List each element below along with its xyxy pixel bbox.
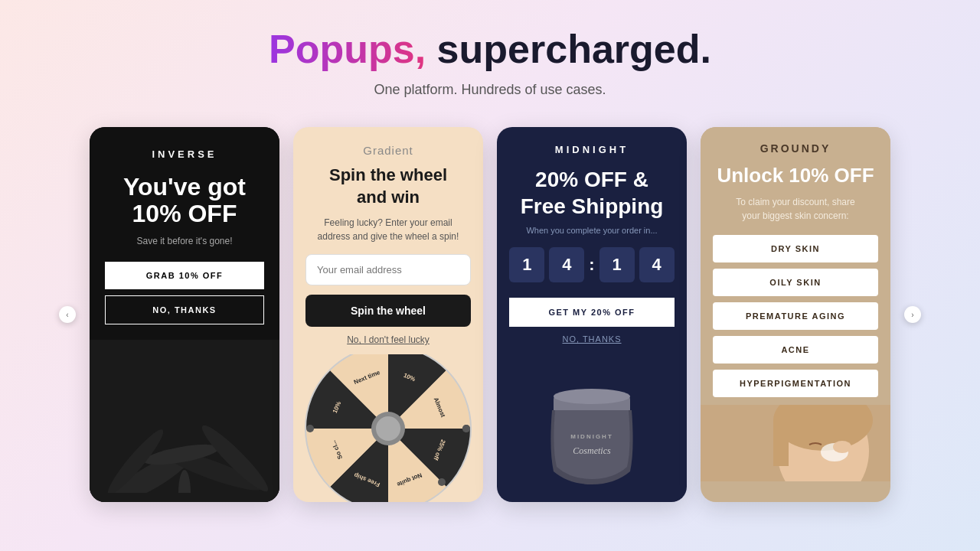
svg-rect-31: [773, 420, 789, 466]
countdown-box-2: 4: [549, 247, 584, 282]
palm-leaves-svg: [90, 340, 279, 493]
groundy-person-svg: [701, 405, 890, 481]
card-groundy: GROUNDY Unlock 10% OFF To claim your dis…: [701, 127, 890, 502]
groundy-logo: GROUNDY: [713, 142, 878, 155]
midnight-logo: MIDNIGHT: [497, 127, 687, 155]
countdown-box-1: 1: [509, 247, 544, 282]
wheel-container: 10% Almost 25% off Not quite Free ship S…: [293, 354, 483, 502]
inverse-headline: You've got10% OFF: [105, 174, 264, 227]
groundy-option-oily-skin[interactable]: OILY SKIN: [713, 269, 878, 296]
inverse-logo: INVERSE: [105, 148, 264, 160]
card-midnight: MIDNIGHT 20% OFF &Free Shipping When you…: [497, 127, 687, 502]
gradient-desc: Feeling lucky? Enter your emailaddress a…: [293, 216, 483, 243]
inverse-card-image: [90, 340, 279, 503]
groundy-option-premature-aging[interactable]: PREMATURE AGING: [713, 302, 878, 330]
svg-point-16: [376, 416, 400, 441]
hero-section: Popups, supercharged. One platform. Hund…: [269, 0, 711, 119]
card-gradient: Gradient Spin the wheeland win Feeling l…: [293, 127, 483, 502]
groundy-headline: Unlock 10% OFF: [713, 164, 878, 187]
groundy-option-hyperpigmentation[interactable]: HYPERPIGMENTATION: [713, 370, 878, 397]
gradient-email-input[interactable]: [305, 254, 471, 285]
svg-point-22: [438, 478, 446, 486]
midnight-cta-button[interactable]: GET MY 20% OFF: [509, 298, 675, 327]
svg-point-33: [833, 441, 851, 453]
hero-subtitle: One platform. Hundreds of use cases.: [269, 82, 711, 98]
groundy-image-area: [701, 405, 890, 502]
gradient-logo: Gradient: [293, 127, 483, 157]
svg-text:Cosmetics: Cosmetics: [573, 445, 611, 456]
countdown-row: 1 4 : 1 4: [497, 247, 687, 282]
scroll-left-arrow[interactable]: ‹: [59, 306, 76, 323]
midnight-subtext: When you complete your order in...: [497, 226, 687, 235]
groundy-option-dry-skin[interactable]: DRY SKIN: [713, 235, 878, 262]
palm-background: [90, 340, 279, 503]
svg-point-19: [306, 425, 314, 432]
gradient-spin-button[interactable]: Spin the wheel: [305, 295, 471, 327]
svg-text:MIDNIGHT: MIDNIGHT: [570, 433, 613, 440]
svg-point-25: [554, 389, 630, 404]
hero-title: Popups, supercharged.: [269, 28, 711, 71]
countdown-box-4: 4: [639, 247, 675, 282]
countdown-box-3: 1: [599, 247, 635, 282]
inverse-card-top: INVERSE You've got10% OFF Save it before…: [90, 127, 279, 339]
card-inverse: INVERSE You've got10% OFF Save it before…: [90, 127, 279, 502]
countdown-colon: :: [589, 255, 594, 275]
groundy-top: GROUNDY Unlock 10% OFF To claim your dis…: [701, 127, 890, 235]
midnight-skip-link[interactable]: NO, THANKS: [497, 334, 687, 344]
spin-wheel-svg: 10% Almost 25% off Not quite Free ship S…: [304, 354, 472, 502]
gradient-skip-link[interactable]: No, I don't feel lucky: [293, 334, 483, 345]
groundy-options: DRY SKIN OILY SKIN PREMATURE AGING ACNE …: [701, 235, 890, 397]
groundy-option-acne[interactable]: ACNE: [713, 336, 878, 364]
inverse-cta-secondary[interactable]: NO, THANKS: [105, 295, 264, 324]
inverse-cta-primary[interactable]: GRAB 10% OFF: [105, 262, 264, 289]
hero-title-popups: Popups,: [269, 27, 426, 71]
product-jar-container: MIDNIGHT Cosmetics: [531, 351, 653, 502]
cards-row: ‹ INVERSE You've got10% OFF Save it befo…: [28, 127, 952, 502]
inverse-subtext: Save it before it's gone!: [105, 236, 264, 246]
product-jar-svg: MIDNIGHT Cosmetics: [531, 366, 653, 488]
hero-title-rest: supercharged.: [426, 27, 711, 71]
svg-point-5: [178, 470, 191, 493]
svg-point-21: [462, 425, 470, 432]
gradient-headline: Spin the wheeland win: [293, 165, 483, 208]
scroll-right-arrow[interactable]: ›: [904, 306, 921, 323]
midnight-headline: 20% OFF &Free Shipping: [497, 166, 687, 220]
midnight-product-area: MIDNIGHT Cosmetics: [497, 351, 687, 502]
groundy-desc: To claim your discount, shareyour bigges…: [713, 195, 878, 223]
